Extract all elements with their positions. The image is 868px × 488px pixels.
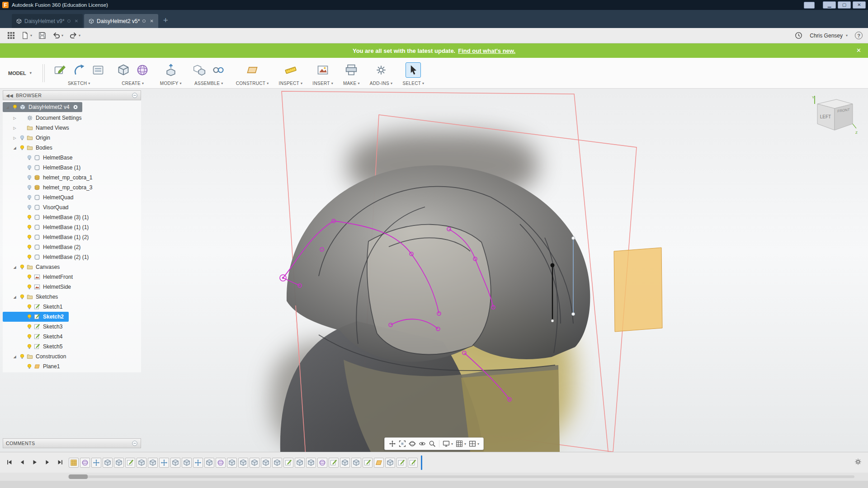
visibility-bulb-icon[interactable]: [26, 204, 33, 211]
banner-close-button[interactable]: ✕: [856, 47, 861, 54]
tree-item-helmetfront[interactable]: HelmetFront: [3, 272, 78, 282]
timeline-feature-move-3[interactable]: [91, 458, 101, 468]
grid-snaps-button[interactable]: ▾: [454, 439, 467, 449]
play-button[interactable]: [30, 456, 40, 468]
timeline-feature-sketch-20[interactable]: [283, 458, 293, 468]
job-status-clock-icon[interactable]: [795, 32, 802, 39]
tree-item-construction[interactable]: ◢Construction: [3, 352, 71, 361]
minimize-button[interactable]: ▁: [823, 1, 836, 9]
timeline-feature-form-14[interactable]: [216, 458, 226, 468]
tree-item-named-views[interactable]: ▷Named Views: [3, 123, 74, 133]
step-back-button[interactable]: [17, 456, 27, 468]
visibility-bulb-icon[interactable]: [19, 294, 25, 300]
visibility-bulb-icon[interactable]: [26, 244, 33, 250]
visibility-bulb-icon[interactable]: [26, 274, 33, 280]
timeline-feature-feature-13[interactable]: [204, 458, 214, 468]
file-menu-button[interactable]: ▾: [19, 30, 34, 41]
timeline-feature-feature-25[interactable]: [340, 458, 350, 468]
tree-expand-icon[interactable]: ▷: [12, 116, 18, 120]
ribbon-menu-select[interactable]: SELECT▾: [402, 81, 424, 86]
visibility-bulb-icon[interactable]: [19, 145, 25, 151]
tree-item-helmetbase-1[interactable]: HelmetBase (1): [3, 163, 85, 173]
tree-item-sketch4[interactable]: Sketch4: [3, 332, 67, 342]
timeline-feature-feature-10[interactable]: [170, 458, 180, 468]
timeline-feature-feature-22[interactable]: [306, 458, 316, 468]
visibility-bulb-icon[interactable]: [26, 343, 33, 350]
measure-button[interactable]: [283, 62, 298, 78]
joint-button[interactable]: [211, 62, 226, 78]
timeline-feature-feature-26[interactable]: [351, 458, 361, 468]
timeline-feature-feature-8[interactable]: [148, 458, 158, 468]
timeline-position-marker[interactable]: [421, 455, 422, 470]
workspace-selector[interactable]: MODEL ▾: [4, 58, 40, 88]
visibility-bulb-icon[interactable]: [26, 363, 33, 370]
go-to-start-button[interactable]: [5, 456, 14, 468]
timeline-feature-move-9[interactable]: [159, 458, 169, 468]
maximize-button[interactable]: ▢: [838, 1, 851, 9]
timeline-feature-mesh-1[interactable]: [69, 458, 79, 468]
timeline-feature-feature-7[interactable]: [137, 458, 146, 468]
timeline-feature-form-23[interactable]: [317, 458, 327, 468]
ribbon-menu-make[interactable]: MAKE▾: [343, 81, 360, 86]
create-sketch-button[interactable]: [52, 62, 68, 78]
visibility-bulb-icon[interactable]: [26, 333, 33, 340]
step-forward-button[interactable]: [42, 456, 52, 468]
undo-button[interactable]: ▾: [51, 30, 65, 41]
tree-item-helmetbase-1-2[interactable]: HelmetBase (1) (2): [3, 232, 94, 242]
tree-expand-icon[interactable]: ▷: [12, 136, 18, 140]
timeline-feature-feature-11[interactable]: [182, 458, 192, 468]
offset-plane-button[interactable]: [245, 62, 260, 78]
timeline-feature-feature-17[interactable]: [250, 458, 259, 468]
document-tab-daisyhelmet-v9[interactable]: DaisyHelmet v9*✕: [12, 14, 83, 28]
visibility-bulb-icon[interactable]: [26, 314, 33, 320]
tree-collapse-icon[interactable]: ◢: [12, 146, 18, 150]
visibility-bulb-icon[interactable]: [26, 254, 33, 260]
timeline-feature-feature-15[interactable]: [227, 458, 237, 468]
ribbon-menu-sketch[interactable]: SKETCH▾: [68, 81, 90, 86]
zoom-button[interactable]: [427, 439, 437, 449]
ribbon-menu-add-ins[interactable]: ADD-INS▾: [370, 81, 393, 86]
scripts-addins-button[interactable]: [373, 62, 389, 78]
visibility-bulb-icon[interactable]: [26, 304, 33, 310]
tree-collapse-icon[interactable]: ◢: [12, 295, 18, 299]
activate-component-radio[interactable]: [72, 104, 79, 110]
ribbon-menu-modify[interactable]: MODIFY▾: [160, 81, 182, 86]
tree-item-plane1[interactable]: Plane1: [3, 361, 65, 371]
visibility-bulb-icon[interactable]: [26, 214, 33, 221]
tree-item-origin[interactable]: ▷Origin: [3, 133, 55, 143]
visibility-bulb-icon[interactable]: [12, 104, 18, 110]
view-cube[interactable]: Y LEFT FRONT Z: [808, 94, 858, 139]
visibility-bulb-icon[interactable]: [26, 284, 33, 290]
comments-header[interactable]: COMMENTS: [3, 438, 141, 448]
tree-item-sketches[interactable]: ◢Sketches: [3, 292, 63, 302]
visibility-bulb-icon[interactable]: [26, 224, 33, 230]
timeline-feature-feature-4[interactable]: [103, 458, 113, 468]
select-tool-button[interactable]: [406, 62, 421, 78]
save-button[interactable]: [37, 30, 48, 41]
timeline-settings-icon[interactable]: [854, 458, 862, 465]
display-settings-button[interactable]: ▾: [441, 439, 454, 449]
timeline-feature-sketch-24[interactable]: [329, 458, 339, 468]
tree-item-sketch3[interactable]: Sketch3: [3, 322, 67, 332]
display-settings-tray-icon[interactable]: [804, 2, 815, 9]
visibility-bulb-icon[interactable]: [26, 184, 33, 191]
viewports-button[interactable]: ▾: [467, 439, 481, 449]
visibility-bulb-icon[interactable]: [26, 234, 33, 240]
comments-options-icon[interactable]: [132, 440, 138, 446]
tree-item-helmetquad[interactable]: HelmetQuad: [3, 192, 78, 202]
tree-item-helmetbase-1-1[interactable]: HelmetBase (1) (1): [3, 222, 94, 232]
tree-item-sketch2[interactable]: Sketch2: [3, 312, 69, 322]
tree-item-bodies[interactable]: ◢Bodies: [3, 143, 57, 153]
tree-item-helmetside[interactable]: HelmetSide: [3, 282, 76, 292]
tree-collapse-icon[interactable]: ◢: [12, 355, 18, 359]
tree-item-sketch5[interactable]: Sketch5: [3, 342, 67, 352]
apps-grid-button[interactable]: [5, 30, 17, 41]
new-component-button[interactable]: [192, 62, 207, 78]
stop-sketch-button[interactable]: [71, 62, 87, 78]
browser-collapse-icon[interactable]: ◀◀: [6, 93, 13, 98]
fit-view-button[interactable]: [397, 439, 407, 449]
tree-item-canvases[interactable]: ◢Canvases: [3, 262, 65, 272]
create-form-button[interactable]: [116, 62, 131, 78]
tree-item-helmetbase[interactable]: HelmetBase: [3, 153, 77, 163]
attached-canvas-button[interactable]: [315, 62, 330, 78]
